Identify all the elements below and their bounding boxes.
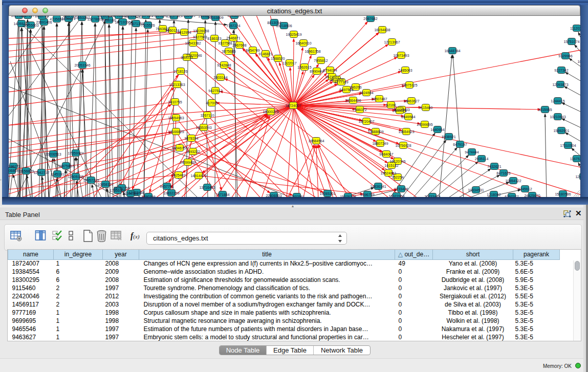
svg-text:12213363: 12213363: [169, 83, 185, 86]
svg-text:15751074: 15751074: [563, 40, 579, 43]
svg-text:2967608: 2967608: [232, 43, 246, 47]
svg-text:12505135: 12505135: [68, 175, 83, 179]
svg-text:8990444: 8990444: [310, 70, 323, 73]
svg-text:14836141: 14836141: [370, 185, 386, 188]
svg-text:16648784: 16648784: [444, 49, 460, 53]
svg-text:10210643: 10210643: [550, 115, 565, 119]
svg-text:7955812: 7955812: [314, 59, 328, 62]
svg-text:24099695: 24099695: [417, 123, 432, 126]
svg-text:8396759: 8396759: [360, 193, 374, 196]
svg-text:18724007: 18724007: [285, 104, 301, 107]
svg-text:2803144: 2803144: [213, 76, 227, 79]
svg-text:3875685: 3875685: [222, 50, 235, 53]
svg-text:8471626: 8471626: [496, 171, 510, 175]
svg-text:17359924: 17359924: [68, 151, 83, 155]
svg-text:20364436: 20364436: [345, 99, 361, 102]
svg-text:10507487: 10507487: [371, 97, 387, 101]
svg-text:8186323: 8186323: [207, 37, 221, 40]
svg-text:1322017: 1322017: [282, 61, 296, 65]
svg-text:23691406: 23691406: [36, 20, 52, 24]
svg-text:3878334: 3878334: [184, 137, 198, 140]
svg-text:19832259: 19832259: [163, 191, 179, 195]
svg-text:3215955: 3215955: [538, 108, 552, 112]
svg-text:19654923: 19654923: [398, 130, 414, 134]
svg-text:12942737: 12942737: [33, 171, 49, 174]
svg-text:13975125: 13975125: [401, 83, 417, 87]
svg-text:2087682: 2087682: [363, 17, 377, 20]
svg-text:746266: 746266: [350, 85, 361, 89]
svg-text:6479197: 6479197: [453, 143, 467, 146]
svg-text:7485003: 7485003: [398, 69, 412, 72]
svg-text:3917183: 3917183: [139, 16, 153, 17]
svg-text:8849584: 8849584: [401, 115, 415, 119]
svg-text:9777169: 9777169: [334, 80, 348, 84]
svg-text:989013: 989013: [181, 56, 192, 59]
svg-text:19218506: 19218506: [276, 24, 292, 28]
svg-text:10958127: 10958127: [97, 183, 113, 186]
svg-text:7357224: 7357224: [226, 24, 240, 28]
svg-text:8489709: 8489709: [35, 16, 49, 18]
svg-text:11156829: 11156829: [18, 169, 34, 173]
svg-text:10334531: 10334531: [468, 188, 484, 192]
svg-text:14914479: 14914479: [190, 174, 206, 178]
svg-text:13226058: 13226058: [193, 29, 209, 33]
svg-text:19584564: 19584564: [308, 139, 324, 143]
svg-text:62160: 62160: [386, 103, 396, 107]
svg-text:20053346: 20053346: [74, 63, 90, 67]
svg-text:16961758: 16961758: [304, 50, 320, 53]
svg-text:9474444: 9474444: [465, 150, 478, 154]
svg-text:1244415: 1244415: [551, 99, 564, 103]
svg-text:15720407: 15720407: [358, 120, 374, 123]
svg-text:2935114: 2935114: [475, 157, 489, 161]
svg-text:18807249: 18807249: [372, 142, 388, 145]
svg-text:9217207: 9217207: [20, 16, 34, 17]
svg-text:3912954: 3912954: [177, 31, 191, 34]
svg-text:3024554: 3024554: [359, 91, 373, 95]
svg-text:16046759: 16046759: [171, 146, 187, 150]
svg-text:7515526: 7515526: [141, 24, 155, 27]
svg-text:9146821: 9146821: [258, 52, 272, 56]
svg-text:2849575: 2849575: [393, 109, 406, 113]
svg-text:15278602: 15278602: [87, 17, 103, 21]
svg-text:10654122: 10654122: [505, 179, 521, 183]
svg-text:12416912: 12416912: [575, 175, 580, 179]
svg-text:8938921: 8938921: [442, 135, 455, 139]
svg-text:6794024: 6794024: [323, 69, 337, 72]
svg-text:16033809: 16033809: [207, 16, 223, 19]
svg-text:1588520: 1588520: [271, 57, 285, 60]
svg-text:10543382: 10543382: [185, 41, 201, 45]
svg-text:252254: 252254: [391, 176, 403, 179]
svg-text:10323815: 10323815: [577, 60, 580, 63]
svg-text:21200396: 21200396: [122, 192, 138, 195]
svg-text:19285201: 19285201: [319, 192, 335, 195]
svg-text:1733426: 1733426: [394, 187, 408, 191]
svg-text:417005: 417005: [206, 101, 217, 105]
svg-text:7671884: 7671884: [215, 193, 229, 196]
svg-text:9427512: 9427512: [208, 89, 222, 93]
svg-text:8806804: 8806804: [9, 169, 19, 172]
svg-text:2718126: 2718126: [173, 70, 187, 73]
svg-text:7986372: 7986372: [353, 108, 366, 112]
svg-text:1615132: 1615132: [384, 164, 398, 167]
svg-text:19299464: 19299464: [124, 16, 140, 18]
svg-text:9329966: 9329966: [558, 54, 572, 58]
svg-text:12213967: 12213967: [384, 40, 400, 44]
svg-text:5682115: 5682115: [63, 16, 77, 17]
svg-text:8454749: 8454749: [246, 49, 259, 52]
svg-text:1167534: 1167534: [570, 157, 580, 161]
svg-text:16640910: 16640910: [295, 41, 311, 45]
svg-text:15157347: 15157347: [166, 16, 182, 18]
svg-text:10973493: 10973493: [393, 54, 409, 57]
svg-text:4143890: 4143890: [227, 16, 241, 17]
svg-text:20206513: 20206513: [45, 152, 61, 156]
svg-text:15692901: 15692901: [553, 129, 569, 133]
svg-text:22455603: 22455603: [23, 24, 38, 27]
svg-text:4439167: 4439167: [98, 16, 112, 18]
svg-text:1610755: 1610755: [168, 100, 182, 104]
svg-text:3493222: 3493222: [186, 150, 200, 154]
svg-text:2066449: 2066449: [181, 16, 195, 17]
svg-text:12093873: 12093873: [552, 83, 568, 86]
svg-text:10688609: 10688609: [367, 130, 383, 134]
svg-text:16120746: 16120746: [389, 160, 405, 163]
svg-text:15180586: 15180586: [555, 192, 571, 196]
